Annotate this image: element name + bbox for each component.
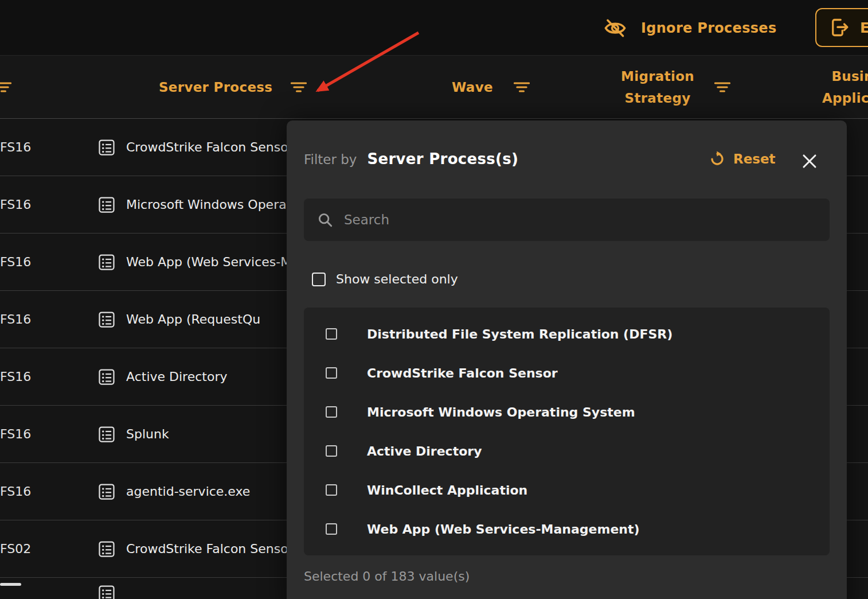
option-checkbox[interactable] (326, 445, 337, 457)
hostname-cell: FS16 (0, 176, 31, 234)
export-button[interactable]: E (815, 8, 868, 47)
eye-off-icon (603, 16, 627, 40)
process-list-icon (98, 368, 115, 386)
topbar: Ignore Processes E (0, 0, 868, 56)
process-list-icon (98, 196, 115, 213)
reset-icon (709, 150, 726, 168)
filter-panel-title: Server Process(s) (367, 150, 518, 168)
filter-panel: Filter by Server Process(s) Reset Show s… (287, 120, 847, 599)
process-list-icon (98, 540, 115, 558)
process-list-icon (98, 585, 115, 599)
process-cell: Splunk (126, 406, 169, 463)
hostname-cell: FS16 (0, 348, 31, 406)
process-cell: CrowdStrike Falcon Sensor (126, 119, 294, 176)
process-list-icon (98, 426, 115, 443)
filter-by-label: Filter by (304, 152, 357, 167)
search-input[interactable] (344, 212, 817, 227)
hostname-cell: FS16 (0, 119, 31, 176)
filter-option[interactable]: Web App (Web Services-Management) (304, 509, 830, 549)
option-checkbox[interactable] (326, 523, 337, 535)
process-list-icon (98, 483, 115, 500)
hostname-cell: FS16 (0, 234, 31, 291)
option-checkbox[interactable] (326, 406, 337, 418)
filter-options-list: Distributed File System Replication (DFS… (304, 308, 830, 555)
ignore-processes-button[interactable]: Ignore Processes (603, 0, 777, 56)
export-icon (829, 17, 850, 38)
table-header: Server Process Wave Migration Strategy B… (0, 56, 868, 119)
option-label: Web App (Web Services-Management) (367, 522, 640, 536)
filter-option[interactable]: CrowdStrike Falcon Sensor (304, 353, 830, 392)
close-icon[interactable] (800, 152, 819, 170)
export-label: E (860, 20, 868, 36)
filter-panel-header: Filter by Server Process(s) (304, 150, 518, 168)
hostname-cell: FS02 (0, 520, 31, 578)
reset-button[interactable]: Reset (709, 150, 776, 168)
hostname-cell: FS16 (0, 291, 31, 348)
filter-icon-server-process[interactable] (291, 81, 307, 94)
filter-icon-migration-strategy[interactable] (714, 81, 730, 94)
filter-option[interactable]: Microsoft Windows Operating System (304, 392, 830, 431)
filter-option[interactable]: Active Directory (304, 431, 830, 470)
column-header-migration-strategy: Migration Strategy (609, 65, 706, 109)
reset-label: Reset (733, 151, 776, 166)
option-checkbox[interactable] (326, 484, 337, 496)
hostname-cell: FS16 (0, 463, 31, 520)
option-label: Microsoft Windows Operating System (367, 405, 635, 419)
option-label: CrowdStrike Falcon Sensor (367, 366, 558, 380)
process-cell: Active Directory (126, 348, 227, 406)
show-selected-only[interactable]: Show selected only (312, 272, 458, 286)
search-box[interactable] (304, 199, 830, 241)
option-checkbox[interactable] (326, 328, 337, 340)
option-label: Distributed File System Replication (DFS… (367, 327, 672, 341)
filter-icon-leftmost[interactable] (0, 81, 11, 94)
process-list-icon (98, 254, 115, 271)
search-icon (316, 211, 334, 228)
horizontal-scrollbar-thumb[interactable] (0, 583, 21, 586)
show-selected-checkbox[interactable] (312, 273, 326, 286)
column-header-server-process: Server Process (159, 56, 272, 119)
show-selected-label: Show selected only (336, 272, 458, 286)
app-screen: { "colors": { "accent": "#E8A33D", "arro… (0, 0, 868, 599)
selection-summary: Selected 0 of 183 value(s) (304, 569, 470, 584)
process-cell: agentid-service.exe (126, 463, 250, 520)
filter-icon-wave[interactable] (514, 81, 530, 94)
process-cell: CrowdStrike Falcon Sensor (126, 520, 294, 578)
option-checkbox[interactable] (326, 367, 337, 379)
process-list-icon (98, 139, 115, 156)
option-label: WinCollect Application (367, 483, 527, 497)
ignore-processes-label: Ignore Processes (641, 20, 777, 36)
filter-option[interactable]: WinCollect Application (304, 470, 830, 509)
process-cell: Web App (RequestQu (126, 291, 260, 348)
column-header-business-application: Business Application (817, 65, 868, 109)
process-list-icon (98, 311, 115, 328)
hostname-cell: FS16 (0, 406, 31, 463)
filter-option[interactable]: Distributed File System Replication (DFS… (304, 314, 830, 353)
option-label: Active Directory (367, 444, 482, 458)
column-header-wave: Wave (452, 56, 493, 119)
